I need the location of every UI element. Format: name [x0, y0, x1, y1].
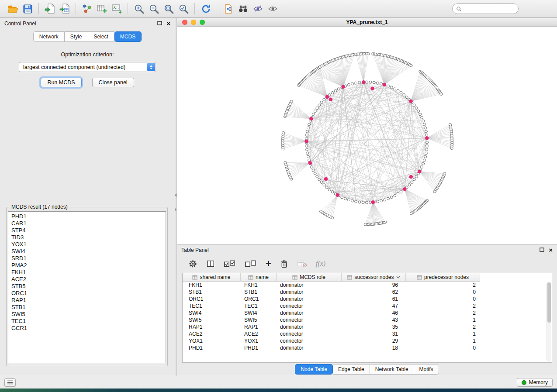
- close-table-panel-icon[interactable]: ×: [549, 248, 553, 253]
- column-header-successor-nodes[interactable]: successor nodes: [342, 273, 406, 282]
- deselect-all-icon[interactable]: [245, 259, 257, 268]
- float-table-panel-icon[interactable]: [540, 247, 544, 253]
- window-minimize-button[interactable]: [191, 20, 196, 25]
- tab-edge-table[interactable]: Edge Table: [333, 364, 370, 375]
- close-panel-icon[interactable]: ×: [166, 21, 170, 26]
- mcds-result-item[interactable]: STP4: [11, 227, 166, 234]
- column-header-predecessor-nodes[interactable]: predecessor nodes: [406, 273, 480, 282]
- tab-network[interactable]: Network: [33, 31, 65, 42]
- show-columns-icon[interactable]: [206, 259, 215, 268]
- search-box[interactable]: [452, 3, 519, 14]
- toolbar-separator: [194, 3, 195, 14]
- select-all-icon[interactable]: [224, 259, 236, 268]
- table-row[interactable]: FKH1FKH1dominator962: [183, 282, 552, 289]
- mcds-result-list[interactable]: PHD1CAR1STP4TID3YOX1SWI4SRD1PMA2FKH1ACE2…: [8, 211, 166, 363]
- table-cell: 1: [406, 330, 480, 337]
- table-cell: connector: [277, 330, 342, 337]
- table-row[interactable]: ACE2ACE2connector311: [183, 330, 552, 337]
- table-row[interactable]: SWI5SWI5connector431: [183, 316, 552, 323]
- network-window-title: YPA_prune.txt_1: [346, 19, 387, 25]
- annotation-icon[interactable]: [221, 2, 235, 15]
- save-icon[interactable]: [20, 2, 35, 15]
- hide-details-icon[interactable]: [250, 2, 265, 15]
- table-panel: Table Panel ×: [177, 244, 557, 376]
- search-input[interactable]: [462, 6, 515, 12]
- close-panel-button[interactable]: Close panel: [92, 78, 134, 87]
- task-history-button[interactable]: [4, 378, 16, 387]
- table-settings-gear-icon[interactable]: [188, 259, 197, 268]
- tab-select[interactable]: Select: [88, 31, 114, 42]
- mcds-result-item[interactable]: ORC1: [11, 290, 166, 297]
- mcds-result-title: MCDS result (17 nodes): [10, 204, 69, 210]
- mcds-result-item[interactable]: CAR1: [11, 220, 166, 227]
- refresh-icon[interactable]: [198, 2, 213, 15]
- mcds-result-item[interactable]: FKH1: [11, 269, 166, 276]
- mcds-result-item[interactable]: TEC1: [11, 318, 166, 325]
- eye-icon[interactable]: [265, 2, 280, 15]
- export-image-icon[interactable]: [109, 2, 124, 15]
- network-canvas[interactable]: [177, 27, 557, 244]
- mcds-result-item[interactable]: STB5: [11, 283, 166, 290]
- column-label: successor nodes: [354, 274, 394, 280]
- column-header-mcds-role[interactable]: MCDS role: [277, 273, 342, 282]
- table-row[interactable]: ORC1ORC1dominator610: [183, 296, 552, 303]
- add-table-icon[interactable]: [94, 2, 109, 15]
- run-mcds-button[interactable]: Run MCDS: [41, 78, 81, 87]
- float-panel-icon[interactable]: [157, 21, 162, 27]
- optimization-criterion-select[interactable]: largest connected component (undirected): [19, 62, 156, 72]
- tab-mcds[interactable]: MCDS: [114, 31, 142, 42]
- mcds-result-item[interactable]: SWI5: [11, 311, 166, 318]
- table-cell: ACE2: [183, 330, 241, 337]
- column-header-name[interactable]: name: [241, 273, 277, 282]
- table-cell: 62: [342, 289, 406, 296]
- add-column-icon[interactable]: +: [266, 259, 271, 268]
- table-row[interactable]: TEC1TEC1connector472: [183, 303, 552, 309]
- table-cell: FKH1: [241, 282, 277, 289]
- mcds-result-item[interactable]: PHD1: [11, 213, 166, 220]
- toolbar-separator: [38, 3, 39, 14]
- mcds-result-item[interactable]: YOX1: [11, 241, 166, 248]
- mcds-result-item[interactable]: RAP1: [11, 297, 166, 304]
- import-network-file-icon[interactable]: [42, 2, 57, 15]
- window-zoom-button[interactable]: [200, 20, 205, 25]
- column-header-shared-name[interactable]: shared name: [183, 273, 241, 282]
- table-scrollbar-thumb[interactable]: [547, 282, 551, 323]
- table-row[interactable]: YOX1YOX1connector291: [183, 337, 552, 344]
- tab-network-table[interactable]: Network Table: [370, 364, 414, 375]
- mcds-result-item[interactable]: GCR1: [11, 325, 166, 332]
- zoom-out-icon[interactable]: [146, 2, 161, 15]
- toolbar-separator: [128, 3, 128, 14]
- table-cell: 43: [342, 316, 406, 323]
- table-toolbar: + f(x): [177, 255, 557, 272]
- mcds-result-item[interactable]: ACE2: [11, 276, 166, 283]
- zoom-in-icon[interactable]: [131, 2, 146, 15]
- memory-button[interactable]: Memory: [517, 378, 553, 387]
- tab-style[interactable]: Style: [65, 31, 88, 42]
- mcds-result-item[interactable]: TID3: [11, 234, 166, 241]
- table-row[interactable]: STB1STB1dominator620: [183, 289, 552, 296]
- table-scrollbar[interactable]: [547, 282, 551, 361]
- sort-descending-icon: [396, 276, 400, 279]
- import-table-file-icon[interactable]: [57, 2, 72, 15]
- column-label: shared name: [200, 274, 230, 280]
- tab-node-table[interactable]: Node Table: [295, 364, 333, 375]
- zoom-fit-icon[interactable]: [161, 2, 176, 15]
- delete-table-icon: [297, 260, 307, 268]
- table-cell: dominator: [277, 282, 342, 289]
- zoom-selected-icon[interactable]: [176, 2, 191, 15]
- mcds-result-item[interactable]: PMA2: [11, 262, 166, 269]
- window-close-button[interactable]: [182, 20, 187, 25]
- mcds-result-item[interactable]: SWI4: [11, 248, 166, 255]
- table-cell: dominator: [277, 289, 342, 296]
- mcds-result-item[interactable]: SRD1: [11, 255, 166, 262]
- table-row[interactable]: RAP1RAP1dominator352: [183, 323, 552, 330]
- new-network-icon[interactable]: [80, 2, 94, 15]
- tab-motifs[interactable]: Motifs: [414, 364, 439, 375]
- table-row[interactable]: SWI4SWI4dominator462: [183, 309, 552, 316]
- table-cell: 18: [342, 344, 406, 351]
- open-file-icon[interactable]: [5, 2, 20, 15]
- mcds-result-item[interactable]: STB1: [11, 304, 166, 311]
- binoculars-icon[interactable]: [235, 2, 250, 15]
- table-row[interactable]: PHD1PHD1dominator180: [183, 344, 552, 351]
- delete-column-icon[interactable]: [280, 259, 288, 268]
